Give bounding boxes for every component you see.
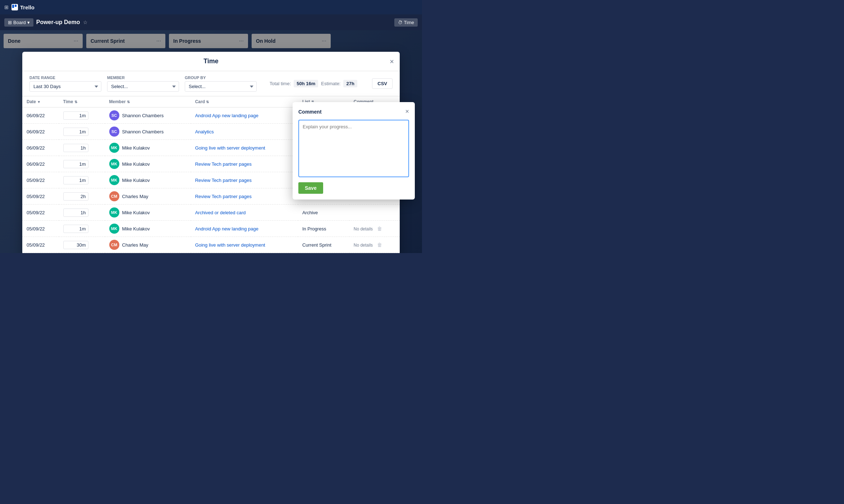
cell-date-3: 06/09/22 [22,156,59,172]
time-input-4[interactable] [63,176,88,184]
board-title: Power-up Demo [36,19,80,26]
cell-card-0: Android App new landing page [191,107,298,124]
time-input-6[interactable] [63,209,88,217]
sort-arrow-member: ⇅ [127,100,130,104]
avatar-4: MK [109,175,119,185]
modal-close-button[interactable]: × [390,57,394,65]
cell-list-7: In Progress [298,221,349,237]
col-date[interactable]: Date ▼ [22,96,59,107]
card-link-3[interactable]: Review Tech partner pages [195,161,252,167]
estimate-label: Estimate: [321,81,340,86]
cell-member-7: MK Mike Kulakov [105,221,191,237]
member-select[interactable]: Select... [107,81,179,92]
time-input-5[interactable] [63,192,88,201]
member-filter: Member Select... [107,75,179,92]
comment-popup-close-button[interactable]: × [405,108,409,115]
cell-member-1: SC Shannon Chambers [105,124,191,140]
card-link-2[interactable]: Going live with server deployment [195,145,265,151]
time-input-2[interactable] [63,144,88,152]
board-nav-button[interactable]: ⊞ Board ▾ [4,18,33,27]
save-button[interactable]: Save [298,182,323,194]
delete-icon-7[interactable]: 🗑 [377,226,382,232]
avatar-3: MK [109,159,119,169]
member-name-8: Charles May [122,242,148,248]
cell-member-9: MK Mike Kulakov [105,253,191,253]
totals-section: Total time: 50h 16m Estimate: 27h [270,80,357,87]
col-member[interactable]: Member ⇅ [105,96,191,107]
member-name-0: Shannon Chambers [122,113,164,118]
cell-date-0: 06/09/22 [22,107,59,124]
time-input-0[interactable] [63,111,88,120]
avatar-6: MK [109,207,119,217]
cell-date-2: 06/09/22 [22,140,59,156]
time-input-7[interactable] [63,225,88,233]
table-row: 04/09/22 MK Mike Kulakov Android App new… [22,253,400,253]
group-by-label: Group By [185,75,257,80]
card-link-1[interactable]: Analytics [195,129,214,134]
chevron-down-icon: ▾ [27,20,30,25]
cell-card-3: Review Tech partner pages [191,156,298,172]
time-input-3[interactable] [63,160,88,168]
modal-overlay: Time × Date Range Last 30 Days Last 7 Da… [0,30,422,253]
top-nav-bar: ⊞ Trello [0,0,422,14]
cell-date-1: 06/09/22 [22,124,59,140]
member-name-7: Mike Kulakov [122,226,150,232]
comment-popup-header: Comment × [298,108,409,115]
csv-button[interactable]: CSV [372,78,393,89]
table-row: 05/09/22 MK Mike Kulakov Archived or del… [22,205,400,221]
cell-member-4: MK Mike Kulakov [105,172,191,188]
total-time-label: Total time: [270,81,291,86]
cell-member-2: MK Mike Kulakov [105,140,191,156]
comment-popup: Comment × Save [293,102,415,200]
cell-time-6 [59,205,105,221]
card-link-8[interactable]: Going live with server deployment [195,242,265,248]
board-nav-label: Board [13,20,26,25]
time-input-1[interactable] [63,128,88,136]
member-name-5: Charles May [122,194,148,199]
member-name-6: Mike Kulakov [122,210,150,215]
card-link-6[interactable]: Archived or deleted card [195,210,246,215]
avatar-5: CM [109,191,119,201]
board-area: Done ··· Current Sprint ··· In Progress … [0,30,422,253]
cell-date-8: 05/09/22 [22,237,59,253]
date-range-select[interactable]: Last 30 Days Last 7 Days Last 90 Days Cu… [29,81,101,92]
cell-time-3 [59,156,105,172]
col-time[interactable]: Time ⇅ [59,96,105,107]
avatar-0: SC [109,110,119,120]
cell-comment-9: No details 🗑 [349,253,400,253]
cell-list-6: Archive [298,205,349,221]
avatar-8: CM [109,240,119,250]
comment-text-7: No details [354,226,373,232]
cell-date-9: 04/09/22 [22,253,59,253]
cell-time-8 [59,237,105,253]
svg-rect-1 [12,5,14,8]
delete-icon-8[interactable]: 🗑 [377,242,382,248]
svg-rect-2 [15,5,17,7]
grid-icon[interactable]: ⊞ [4,4,9,10]
trello-logo-icon [12,4,18,10]
date-range-filter: Date Range Last 30 Days Last 7 Days Last… [29,75,101,92]
sort-arrow-date: ▼ [37,100,41,104]
card-link-5[interactable]: Review Tech partner pages [195,194,252,199]
card-link-7[interactable]: Android App new landing page [195,226,258,232]
comment-textarea[interactable] [298,120,409,177]
cell-card-8: Going live with server deployment [191,237,298,253]
card-link-0[interactable]: Android App new landing page [195,113,258,118]
cell-member-0: SC Shannon Chambers [105,107,191,124]
cell-list-9: In Progress [298,253,349,253]
card-link-4[interactable]: Review Tech partner pages [195,178,252,183]
cell-card-5: Review Tech partner pages [191,188,298,205]
comment-popup-title: Comment [298,109,322,115]
group-by-select[interactable]: Select... [185,81,257,92]
clock-icon: ⏱ [398,20,403,25]
star-icon[interactable]: ☆ [83,19,88,25]
cell-date-5: 05/09/22 [22,188,59,205]
avatar-2: MK [109,143,119,153]
filters-row: Date Range Last 30 Days Last 7 Days Last… [22,71,400,96]
col-card[interactable]: Card ⇅ [191,96,298,107]
app-name: Trello [20,4,35,10]
time-header-button[interactable]: ⏱ Time [394,18,418,27]
trello-logo: Trello [12,4,35,10]
time-input-8[interactable] [63,241,88,249]
group-by-filter: Group By Select... [185,75,257,92]
